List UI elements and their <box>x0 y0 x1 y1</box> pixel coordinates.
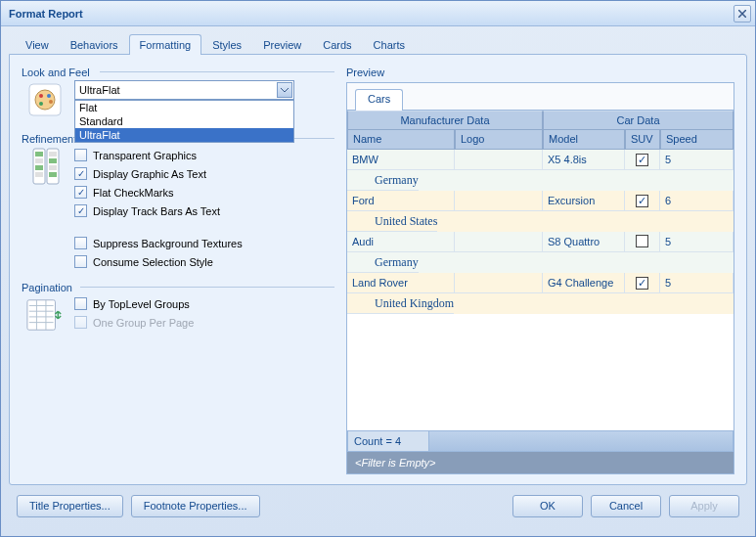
checkbox[interactable]: ✓ <box>74 186 87 199</box>
col-model[interactable]: Model <box>543 130 625 150</box>
group-header-manufacturer: Manufacturer Data <box>347 111 543 130</box>
combo-value: UltraFlat <box>79 84 120 96</box>
group-row: United States <box>347 211 734 232</box>
check-by-toplevel-groups[interactable]: By TopLevel Groups <box>74 297 334 310</box>
close-icon <box>738 10 746 18</box>
tab-charts[interactable]: Charts <box>363 34 416 55</box>
group-header-car: Car Data <box>543 111 734 130</box>
pagination-section: By TopLevel Groups One Group Per Page <box>22 288 334 346</box>
preview-tab-cars[interactable]: Cars <box>355 89 403 111</box>
chevron-down-icon <box>281 88 289 93</box>
suv-checkbox: ✓ <box>636 195 648 207</box>
bottom-bar: Title Properties... Footnote Properties.… <box>9 485 747 528</box>
refinements-checks: Transparent Graphics ✓Display Graphic As… <box>74 147 334 268</box>
window-title: Format Report <box>9 8 734 20</box>
svg-rect-14 <box>49 165 57 170</box>
checkbox[interactable] <box>74 237 87 249</box>
check-consume-selection-style[interactable]: Consume Selection Style <box>74 255 334 268</box>
filter-row[interactable]: <Filter is Empty> <box>347 452 734 473</box>
tab-formatting[interactable]: Formatting <box>129 34 202 55</box>
check-display-graphic-as-text[interactable]: ✓Display Graphic As Text <box>74 167 334 180</box>
dropdown-item-flat[interactable]: Flat <box>75 101 293 114</box>
suv-checkbox <box>636 235 648 247</box>
footnote-properties-button[interactable]: Footnote Properties... <box>131 495 260 517</box>
pagination-icon <box>25 295 65 335</box>
tab-cards[interactable]: Cards <box>312 34 362 55</box>
svg-point-5 <box>49 100 53 104</box>
check-one-group-per-page: One Group Per Page <box>74 316 334 329</box>
group-row: Germany <box>347 170 734 191</box>
checkbox[interactable]: ✓ <box>74 204 87 217</box>
titlebar: Format Report <box>1 1 755 26</box>
close-button[interactable] <box>734 5 751 22</box>
svg-point-4 <box>39 102 43 106</box>
col-suv[interactable]: SUV <box>625 130 660 150</box>
preview-label: Preview <box>346 67 734 78</box>
group-row: Germany <box>347 252 734 273</box>
check-transparent-graphics[interactable]: Transparent Graphics <box>74 149 334 161</box>
look-and-feel-combo[interactable]: UltraFlat <box>74 80 294 100</box>
suv-checkbox: ✓ <box>636 277 648 290</box>
checkbox[interactable] <box>74 149 87 161</box>
checkbox[interactable] <box>74 297 87 310</box>
col-logo[interactable]: Logo <box>455 130 543 150</box>
client-area: View Behaviors Formatting Styles Preview… <box>1 26 755 536</box>
col-name[interactable]: Name <box>347 130 455 150</box>
svg-rect-16 <box>27 300 56 330</box>
svg-rect-15 <box>49 172 57 177</box>
table-row[interactable]: BMW X5 4.8is ✓ 5 <box>347 150 734 170</box>
grid-body: BMW X5 4.8is ✓ 5 Germany Ford Excursion … <box>347 150 734 430</box>
tab-view[interactable]: View <box>15 34 60 55</box>
preview-tabs: Cars <box>347 83 734 111</box>
footer-count: Count = 4 <box>347 430 429 452</box>
table-row[interactable]: Audi S8 Quattro 5 <box>347 232 734 252</box>
check-display-trackbars-as-text[interactable]: ✓Display Track Bars As Text <box>74 204 334 217</box>
table-row[interactable]: Ford Excursion ✓ 6 <box>347 191 734 211</box>
preview-panel: Cars Manufacturer Data Car Data Name Log… <box>346 82 734 474</box>
palette-icon <box>25 80 65 119</box>
format-report-window: Format Report View Behaviors Formatting … <box>0 0 756 537</box>
pagination-checks: By TopLevel Groups One Group Per Page <box>74 295 334 335</box>
title-properties-button[interactable]: Title Properties... <box>17 495 123 517</box>
combo-dropdown-button[interactable] <box>277 82 292 98</box>
dropdown-item-ultraflat[interactable]: UltraFlat <box>75 128 293 142</box>
col-speed[interactable]: Speed Count <box>660 130 734 150</box>
tab-behaviors[interactable]: Behaviors <box>60 34 129 55</box>
left-column: Look and Feel UltraFlat <box>22 65 334 474</box>
check-flat-checkmarks[interactable]: ✓Flat CheckMarks <box>74 186 334 199</box>
checkbox <box>74 316 87 329</box>
svg-rect-9 <box>35 165 43 170</box>
tab-styles[interactable]: Styles <box>201 34 252 55</box>
suv-checkbox: ✓ <box>636 154 648 166</box>
grid-footer: Count = 4 <box>347 430 734 452</box>
svg-rect-8 <box>35 158 43 163</box>
grid-column-headers: Name Logo Model SUV Speed Count <box>347 130 734 150</box>
apply-button: Apply <box>669 495 739 517</box>
right-column: Preview Cars Manufacturer Data Car Data … <box>346 65 734 474</box>
look-and-feel-label: Look and Feel <box>22 67 334 78</box>
cancel-button[interactable]: Cancel <box>591 495 661 517</box>
look-and-feel-section: UltraFlat Flat Standard UltraFlat <box>22 72 334 131</box>
svg-point-3 <box>47 94 51 98</box>
svg-rect-13 <box>49 158 57 163</box>
svg-rect-10 <box>35 172 43 177</box>
group-row: United Kingdom <box>347 293 734 314</box>
refinements-section: Transparent Graphics ✓Display Graphic As… <box>22 139 334 280</box>
table-row[interactable]: Land Rover G4 Challenge ✓ 5 <box>347 273 734 293</box>
svg-rect-12 <box>49 152 57 157</box>
checkbox[interactable]: ✓ <box>74 167 87 180</box>
pagination-label: Pagination <box>22 282 334 293</box>
ok-button[interactable]: OK <box>512 495 583 517</box>
svg-point-1 <box>35 90 55 110</box>
checkbox[interactable] <box>74 255 87 268</box>
main-tabs: View Behaviors Formatting Styles Preview… <box>9 34 747 55</box>
svg-rect-7 <box>35 152 43 157</box>
dropdown-item-standard[interactable]: Standard <box>75 114 293 128</box>
check-suppress-bg-textures[interactable]: Suppress Background Textures <box>74 237 334 249</box>
grid-group-headers: Manufacturer Data Car Data <box>347 111 734 130</box>
svg-point-2 <box>39 94 43 98</box>
refinements-icon <box>25 147 65 186</box>
tab-preview[interactable]: Preview <box>252 34 312 55</box>
look-and-feel-dropdown: Flat Standard UltraFlat <box>74 100 294 143</box>
formatting-panel: Look and Feel UltraFlat <box>9 54 747 485</box>
